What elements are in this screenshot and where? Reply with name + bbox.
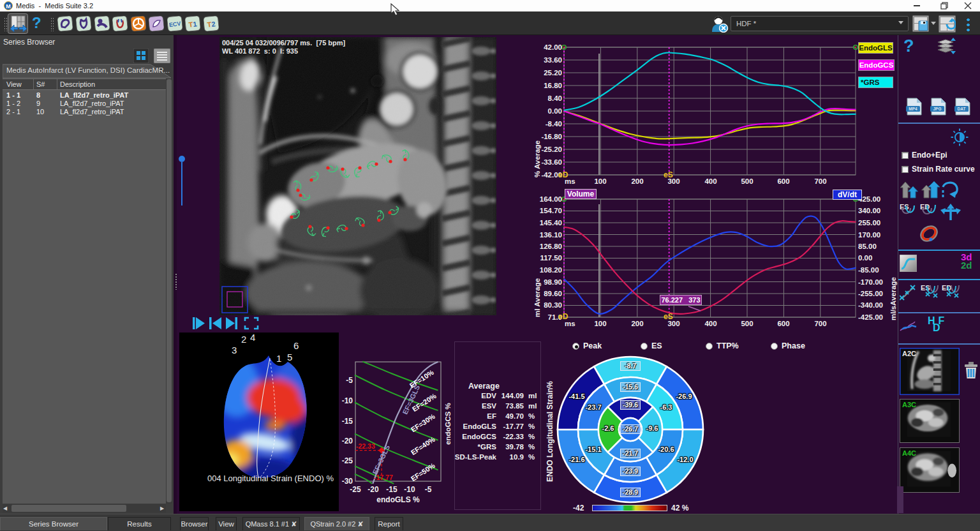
- svg-text:JPG: JPG: [933, 107, 941, 111]
- svg-text:DAT: DAT: [958, 107, 966, 111]
- svg-text:ES: ES: [900, 203, 909, 211]
- svg-text:A2C: A2C: [902, 350, 916, 357]
- svg-text:A4C: A4C: [902, 449, 916, 457]
- svg-text:ES: ES: [921, 285, 930, 292]
- svg-text:MP4: MP4: [909, 107, 917, 111]
- svg-text:A3C: A3C: [902, 401, 916, 408]
- svg-text:ED: ED: [942, 285, 951, 292]
